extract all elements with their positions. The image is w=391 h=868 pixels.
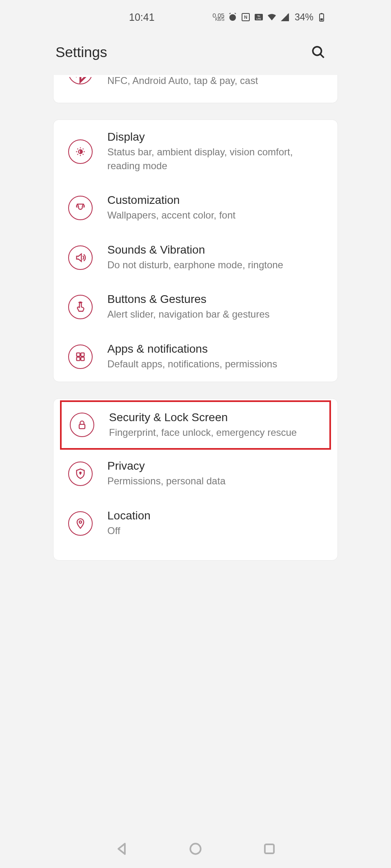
customization-icon (68, 196, 93, 220)
page-header: Settings (52, 29, 339, 75)
setting-apps-subtitle: Default apps, notifications, permissions (107, 357, 323, 371)
svg-text:x: x (287, 13, 289, 17)
svg-text:Vo: Vo (257, 15, 260, 17)
setting-location-title: Location (107, 509, 323, 522)
setting-customization-subtitle: Wallpapers, accent color, font (107, 208, 323, 222)
display-icon (68, 139, 93, 164)
setting-buttons-title: Buttons & Gestures (107, 293, 323, 306)
svg-point-19 (79, 521, 82, 523)
setting-sounds-title: Sounds & Vibration (107, 243, 323, 256)
search-button[interactable] (310, 44, 327, 60)
nav-recent-button[interactable] (262, 841, 277, 858)
settings-card-device: Display Status bar, ambient display, vis… (53, 119, 338, 382)
setting-display-title: Display (107, 130, 323, 144)
page-title: Settings (56, 44, 107, 60)
search-icon (311, 45, 326, 60)
battery-icon (317, 12, 327, 22)
setting-location-subtitle: Off (107, 524, 323, 538)
svg-line-11 (320, 54, 324, 58)
lock-icon (70, 413, 94, 437)
signal-icon: x (280, 12, 290, 22)
settings-card-privacy: Security & Lock Screen Fingerprint, face… (53, 398, 338, 561)
svg-rect-8 (321, 13, 322, 14)
status-bar: 10:41 0.05 KB/S N VoLTE x 34% (52, 0, 339, 29)
battery-percentage: 34% (295, 12, 313, 23)
svg-point-20 (190, 844, 200, 854)
svg-rect-16 (81, 357, 84, 360)
highlight-security: Security & Lock Screen Fingerprint, face… (60, 400, 331, 450)
nfc-icon: N (241, 12, 251, 22)
settings-card-connections: NFC, Android Auto, tap & pay, cast (53, 75, 338, 103)
setting-customization-title: Customization (107, 194, 323, 207)
svg-rect-15 (77, 357, 80, 360)
setting-buttons[interactable]: Buttons & Gestures Alert slider, navigat… (53, 282, 338, 332)
svg-point-0 (229, 14, 236, 21)
setting-connections-subtitle: NFC, Android Auto, tap & pay, cast (107, 75, 258, 86)
setting-privacy-subtitle: Permissions, personal data (107, 474, 323, 488)
setting-security-subtitle: Fingerprint, face unlock, emergency resc… (109, 426, 321, 440)
setting-apps[interactable]: Apps & notifications Default apps, notif… (53, 332, 338, 382)
setting-display[interactable]: Display Status bar, ambient display, vis… (53, 120, 338, 183)
setting-sounds[interactable]: Sounds & Vibration Do not disturb, earph… (53, 233, 338, 283)
wifi-icon (267, 12, 277, 22)
svg-rect-21 (265, 844, 274, 853)
svg-rect-17 (79, 424, 85, 429)
setting-privacy[interactable]: Privacy Permissions, personal data (53, 449, 338, 499)
setting-location[interactable]: Location Off (53, 499, 338, 548)
setting-security[interactable]: Security & Lock Screen Fingerprint, face… (62, 402, 329, 448)
privacy-icon (68, 462, 93, 486)
alarm-icon (228, 12, 238, 22)
navigation-bar (52, 833, 339, 866)
volte-icon: VoLTE (254, 12, 264, 22)
recent-square-icon (262, 841, 277, 857)
back-triangle-icon (114, 841, 129, 857)
network-speed: 0.05 KB/S (213, 13, 224, 21)
svg-rect-14 (81, 353, 84, 356)
setting-display-subtitle: Status bar, ambient display, vision comf… (107, 145, 323, 172)
nav-home-button[interactable] (188, 841, 203, 858)
svg-rect-13 (77, 353, 80, 356)
status-time: 10:41 (129, 11, 155, 23)
svg-text:LTE: LTE (257, 18, 261, 20)
location-icon (68, 511, 93, 536)
svg-rect-9 (320, 18, 323, 20)
setting-sounds-subtitle: Do not disturb, earphone mode, ringtone (107, 258, 323, 272)
gestures-icon (68, 295, 93, 319)
apps-icon (68, 345, 93, 369)
setting-connections[interactable]: NFC, Android Auto, tap & pay, cast (53, 75, 338, 86)
setting-privacy-title: Privacy (107, 459, 323, 473)
setting-customization[interactable]: Customization Wallpapers, accent color, … (53, 183, 338, 233)
setting-security-title: Security & Lock Screen (109, 411, 321, 424)
svg-point-10 (313, 47, 322, 55)
bluetooth-icon (68, 75, 93, 84)
sounds-icon (68, 245, 93, 270)
setting-buttons-subtitle: Alert slider, navigation bar & gestures (107, 307, 323, 321)
setting-apps-title: Apps & notifications (107, 342, 323, 356)
nav-back-button[interactable] (114, 841, 129, 858)
home-circle-icon (188, 841, 203, 857)
svg-text:N: N (244, 15, 247, 20)
